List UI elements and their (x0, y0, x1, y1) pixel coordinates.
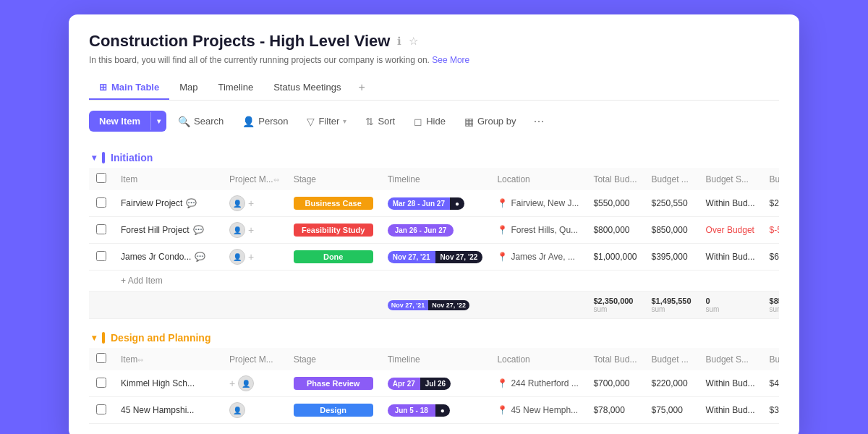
location-text: Forest Hills, Qu... (511, 225, 578, 235)
tab-main-table[interactable]: ⊞ Main Table (89, 76, 169, 100)
stage-badge: Business Case (294, 197, 373, 210)
search-button[interactable]: 🔍 Search (171, 111, 231, 132)
initiation-section-header-row: ▾ Initiation (89, 145, 779, 168)
timeline-right: ● (435, 404, 450, 417)
th-checkbox-design (89, 348, 114, 370)
row-item-name: Forest Hill Project (121, 225, 190, 235)
design-section-header-row: ▾ Design and Planning (89, 319, 779, 349)
th-timeline-design: Timeline (380, 348, 490, 370)
stage-badge: Design (294, 404, 373, 417)
th-budget-status: Budget S... (699, 168, 762, 190)
tab-status-meetings[interactable]: Status Meetings (263, 76, 351, 100)
pm-add-button[interactable]: + (248, 197, 254, 209)
select-all-checkbox-design[interactable] (96, 353, 106, 363)
th-pm: Project M...⇔ (222, 168, 286, 190)
th-budget-gap-design: Budget Ga... (762, 348, 779, 370)
th-total-budget: Total Bud... (586, 168, 644, 190)
group-by-button[interactable]: ▦ Group by (457, 111, 523, 132)
sort-icon: ⇅ (365, 116, 374, 127)
table-row: 45 New Hampshi... 👤 Design Jun 5 - 18 (89, 397, 779, 424)
cell-stage[interactable]: Design (286, 397, 380, 424)
page-title: Construction Projects - High Level View (89, 32, 390, 51)
new-item-button[interactable]: New Item ▾ (89, 111, 166, 132)
cell-timeline: Nov 27, '21 Nov 27, '22 (380, 244, 490, 271)
th-budget2-design: Budget ... (644, 348, 699, 370)
cell-budget2: $220,000 (644, 370, 699, 397)
comment-icon[interactable]: 💬 (195, 252, 205, 262)
th-stage-design: Stage (286, 348, 380, 370)
cell-budget2: $75,000 (644, 397, 699, 424)
timeline-right: ● (450, 197, 464, 210)
hide-icon: ◻ (414, 116, 422, 127)
th-location-design: Location (490, 348, 586, 370)
pm-add-button[interactable]: + (248, 251, 254, 263)
timeline-left: Mar 28 - Jun 27 (388, 197, 450, 210)
sort-button[interactable]: ⇅ Sort (358, 111, 402, 132)
comment-icon[interactable]: 💬 (193, 225, 204, 235)
cell-stage[interactable]: Done (286, 244, 380, 271)
pm-add-button[interactable]: + (229, 378, 235, 389)
new-item-dropdown-arrow[interactable]: ▾ (150, 112, 166, 130)
design-label: Design and Planning (111, 332, 210, 344)
tab-map[interactable]: Map (169, 76, 208, 100)
location-pin-icon: 📍 (497, 405, 508, 415)
hide-button[interactable]: ◻ Hide (407, 111, 453, 132)
more-options-button[interactable]: ··· (527, 111, 550, 132)
sum-total-budget: $2,350,000 sum (586, 292, 644, 319)
table-header-row-initiation: Item Project M...⇔ Stage Timeline Locati… (89, 168, 779, 190)
select-all-checkbox[interactable] (96, 173, 106, 183)
design-toggle[interactable]: ▾ (92, 333, 96, 343)
cell-item: James Jr Condo... 💬 (114, 244, 222, 271)
cell-item: 45 New Hampshi... (114, 397, 222, 424)
cell-item: Fairview Project 💬 (114, 190, 222, 217)
cell-stage[interactable]: Business Case (286, 190, 380, 217)
filter-button[interactable]: ▽ Filter ▾ (299, 111, 354, 132)
item-resize[interactable]: ⇔ (137, 356, 143, 364)
add-item-row[interactable]: + Add Item (89, 271, 779, 292)
add-item-label[interactable]: + Add Item (114, 271, 779, 292)
comment-icon[interactable]: 💬 (186, 198, 197, 208)
cell-location: 📍 45 New Hemph... (490, 397, 586, 424)
row-checkbox[interactable] (96, 197, 106, 208)
th-total-budget-design: Total Bud... (586, 348, 644, 370)
cell-total-budget: $78,000 (586, 397, 644, 424)
cell-location: 📍 Forest Hills, Qu... (490, 217, 586, 244)
row-checkbox[interactable] (96, 378, 106, 388)
cell-pm: 👤 (222, 397, 286, 424)
cell-budget-status: Over Budget (699, 217, 762, 244)
timeline-right: Jul 26 (420, 378, 451, 390)
row-checkbox[interactable] (96, 224, 106, 234)
cell-total-budget: $700,000 (586, 370, 644, 397)
timeline-left: Nov 27, '21 (388, 251, 435, 263)
th-budget2: Budget ... (644, 168, 699, 190)
avatar: 👤 (229, 222, 245, 238)
tab-timeline[interactable]: Timeline (208, 76, 264, 100)
cell-stage[interactable]: Phase Review (286, 370, 380, 397)
filter-dropdown-icon: ▾ (343, 117, 346, 125)
pm-resize[interactable]: ⇔ (273, 176, 279, 184)
cell-pm: 👤 + (222, 244, 286, 271)
stage-badge: Phase Review (294, 377, 373, 390)
group-by-icon: ▦ (464, 116, 474, 127)
th-item: Item (114, 168, 222, 190)
star-icon[interactable]: ☆ (409, 35, 418, 48)
initiation-section: ▾ Initiation Item Project M...⇔ Stage Ti… (89, 145, 779, 319)
initiation-toggle[interactable]: ▾ (92, 153, 96, 163)
pm-add-button[interactable]: + (248, 224, 254, 236)
cell-stage[interactable]: Feasibility Study (286, 217, 380, 244)
toolbar: New Item ▾ 🔍 Search 👤 Person ▽ Filter ▾ … (89, 111, 779, 132)
cell-budget2: $850,000 (644, 217, 699, 244)
avatar: 👤 (229, 249, 245, 265)
avatar: 👤 (229, 402, 245, 418)
row-item-name: 45 New Hampshi... (121, 405, 194, 415)
tab-add-button[interactable]: + (351, 75, 372, 100)
timeline-left: Jun 5 - 18 (388, 404, 435, 417)
info-icon[interactable]: ℹ (397, 35, 401, 48)
row-checkbox[interactable] (96, 404, 106, 414)
cell-item: Kimmel High Sch... (114, 370, 222, 397)
person-button[interactable]: 👤 Person (235, 111, 295, 132)
row-checkbox[interactable] (96, 251, 106, 261)
see-more-link[interactable]: See More (432, 55, 469, 65)
th-timeline: Timeline (380, 168, 490, 190)
sum-timeline: Nov 27, '21 Nov 27, '22 (380, 292, 490, 319)
